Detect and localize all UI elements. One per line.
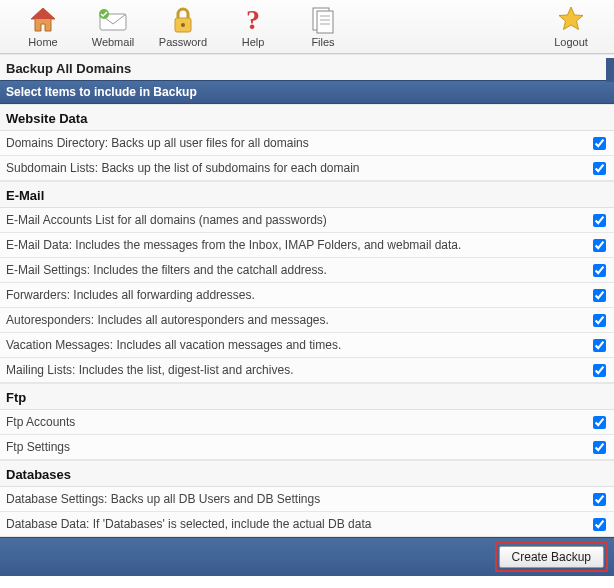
item-label: E-Mail Settings: Includes the filters an… [6, 263, 587, 277]
item-autoresponders: Autoresponders: Includes all autorespond… [0, 308, 614, 333]
scroll-hint [606, 58, 614, 82]
password-icon [171, 4, 195, 36]
footer-bar: Create Backup [0, 537, 614, 576]
checkbox-email-data[interactable] [593, 239, 606, 252]
item-label: E-Mail Accounts List for all domains (na… [6, 213, 587, 227]
item-ftp-settings: Ftp Settings [0, 435, 614, 460]
toolbar-help[interactable]: ? Help [218, 4, 288, 48]
home-icon [28, 4, 58, 36]
group-ftp: Ftp [0, 383, 614, 410]
webmail-icon [97, 4, 129, 36]
checkbox-ftp-accounts[interactable] [593, 416, 606, 429]
svg-marker-12 [559, 7, 583, 30]
group-email: E-Mail [0, 181, 614, 208]
item-database-settings: Database Settings: Backs up all DB Users… [0, 487, 614, 512]
item-subdomain-lists: Subdomain Lists: Backs up the list of su… [0, 156, 614, 181]
item-label: Database Settings: Backs up all DB Users… [6, 492, 587, 506]
toolbar-home[interactable]: Home [8, 4, 78, 48]
item-label: Mailing Lists: Includes the list, digest… [6, 363, 587, 377]
item-vacation-messages: Vacation Messages: Includes all vacation… [0, 333, 614, 358]
toolbar-help-label: Help [242, 36, 265, 48]
checkbox-ftp-settings[interactable] [593, 441, 606, 454]
create-backup-button[interactable]: Create Backup [499, 546, 604, 568]
create-backup-highlight: Create Backup [495, 542, 608, 572]
svg-point-5 [181, 23, 185, 27]
item-forwarders: Forwarders: Includes all forwarding addr… [0, 283, 614, 308]
checkbox-email-settings[interactable] [593, 264, 606, 277]
group-website-data: Website Data [0, 104, 614, 131]
item-label: Database Data: If 'Databases' is selecte… [6, 517, 587, 531]
group-databases: Databases [0, 460, 614, 487]
item-domains-directory: Domains Directory: Backs up all user fil… [0, 131, 614, 156]
toolbar-logout[interactable]: Logout [536, 4, 606, 48]
logout-icon [556, 4, 586, 36]
toolbar-webmail[interactable]: Webmail [78, 4, 148, 48]
checkbox-forwarders[interactable] [593, 289, 606, 302]
item-label: Ftp Settings [6, 440, 587, 454]
svg-marker-1 [31, 8, 55, 19]
item-ftp-accounts: Ftp Accounts [0, 410, 614, 435]
item-label: Subdomain Lists: Backs up the list of su… [6, 161, 587, 175]
item-label: E-Mail Data: Includes the messages from … [6, 238, 587, 252]
help-icon: ? [243, 4, 263, 36]
checkbox-database-data[interactable] [593, 518, 606, 531]
checkbox-autoresponders[interactable] [593, 314, 606, 327]
item-mailing-lists: Mailing Lists: Includes the list, digest… [0, 358, 614, 383]
checkbox-mailing-lists[interactable] [593, 364, 606, 377]
item-email-accounts: E-Mail Accounts List for all domains (na… [0, 208, 614, 233]
toolbar-password-label: Password [159, 36, 207, 48]
item-email-settings: E-Mail Settings: Includes the filters an… [0, 258, 614, 283]
checkbox-email-accounts[interactable] [593, 214, 606, 227]
toolbar-webmail-label: Webmail [92, 36, 135, 48]
toolbar-home-label: Home [28, 36, 57, 48]
checkbox-vacation-messages[interactable] [593, 339, 606, 352]
svg-text:?: ? [246, 5, 260, 35]
item-email-data: E-Mail Data: Includes the messages from … [0, 233, 614, 258]
checkbox-subdomain-lists[interactable] [593, 162, 606, 175]
item-label: Domains Directory: Backs up all user fil… [6, 136, 587, 150]
item-label: Forwarders: Includes all forwarding addr… [6, 288, 587, 302]
toolbar: Home Webmail Password ? Help Files Logou… [0, 0, 614, 54]
toolbar-files-label: Files [311, 36, 334, 48]
files-icon [310, 4, 336, 36]
svg-rect-8 [317, 11, 333, 33]
item-label: Autoresponders: Includes all autorespond… [6, 313, 587, 327]
toolbar-logout-label: Logout [554, 36, 588, 48]
checkbox-database-settings[interactable] [593, 493, 606, 506]
item-label: Vacation Messages: Includes all vacation… [6, 338, 587, 352]
checkbox-domains-directory[interactable] [593, 137, 606, 150]
section-header: Select Items to include in Backup [0, 80, 614, 104]
item-database-data: Database Data: If 'Databases' is selecte… [0, 512, 614, 537]
page-title: Backup All Domains [0, 54, 614, 80]
toolbar-files[interactable]: Files [288, 4, 358, 48]
item-label: Ftp Accounts [6, 415, 587, 429]
toolbar-password[interactable]: Password [148, 4, 218, 48]
